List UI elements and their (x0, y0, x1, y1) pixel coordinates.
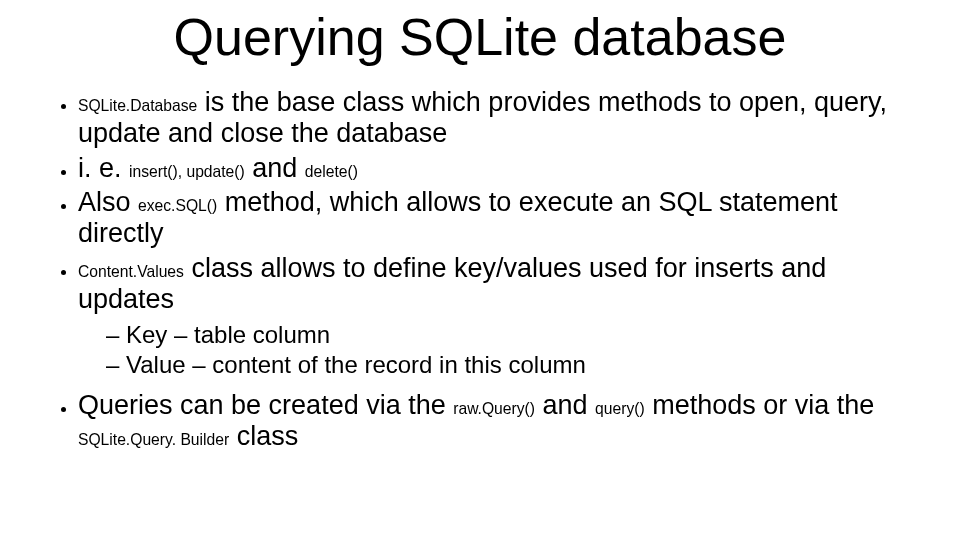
sub-item-key: Key – table column (106, 320, 920, 350)
bullet-5-post: class (229, 421, 298, 451)
code-querybuilder: SQLite.Query. Builder (78, 431, 229, 448)
code-query: query() (595, 400, 645, 417)
sub-list: Key – table column Value – content of th… (106, 320, 920, 380)
code-delete: delete() (305, 163, 358, 180)
bullet-3: Also exec.SQL() method, which allows to … (78, 187, 920, 250)
bullet-4-rest: class allows to define key/values used f… (78, 253, 826, 314)
bullet-5: Queries can be created via the raw.Query… (78, 390, 920, 453)
sub-item-value: Value – content of the record in this co… (106, 350, 920, 380)
slide: Querying SQLite database SQLite.Database… (0, 0, 960, 540)
bullet-1: SQLite.Database is the base class which … (78, 87, 920, 150)
bullet-2: i. e. insert(), update() and delete() (78, 153, 920, 184)
bullet-1-text: is the base class which provides methods… (78, 87, 887, 148)
code-sqlitedatabase: SQLite.Database (78, 97, 197, 114)
bullet-5-mid1: and (535, 390, 595, 420)
bullet-5-mid2: methods or via the (645, 390, 875, 420)
code-execsql: exec.SQL() (138, 197, 217, 214)
code-insert-update: insert(), update() (129, 163, 245, 180)
bullet-3-pre: Also (78, 187, 138, 217)
bullet-list: SQLite.Database is the base class which … (50, 87, 920, 453)
slide-title: Querying SQLite database (40, 10, 920, 65)
bullet-5-pre: Queries can be created via the (78, 390, 453, 420)
code-rawquery: raw.Query() (453, 400, 535, 417)
code-contentvalues: Content.Values (78, 263, 184, 280)
bullet-2-mid: and (245, 153, 305, 183)
bullet-4: Content.Values class allows to define ke… (78, 253, 920, 380)
bullet-2-pre: i. e. (78, 153, 129, 183)
